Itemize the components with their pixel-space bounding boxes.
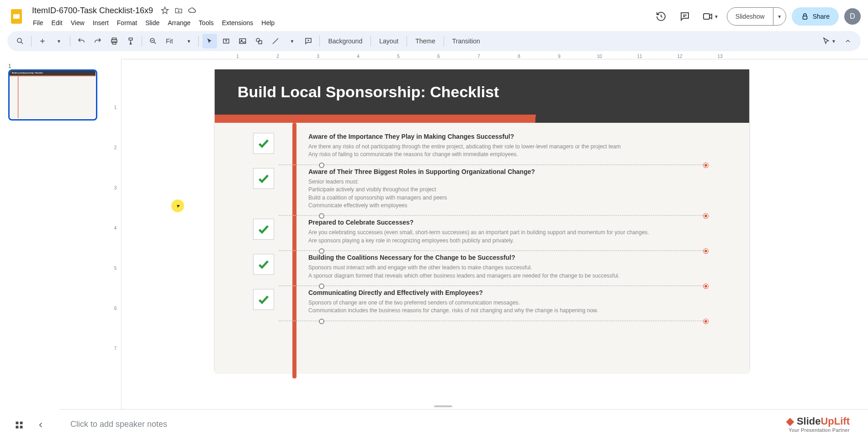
svg-point-4 (17, 38, 21, 42)
item-title: Aware of Their Three Biggest Roles in Su… (308, 168, 535, 175)
svg-rect-17 (20, 426, 23, 429)
slideshow-button: Slideshow ▼ (727, 7, 786, 26)
checkbox-icon (253, 289, 274, 310)
checkbox-icon (253, 254, 274, 275)
notes-resize-handle[interactable] (434, 405, 452, 407)
cloud-icon[interactable] (188, 6, 197, 15)
slides-logo[interactable] (7, 7, 26, 26)
slideshow-dropdown[interactable]: ▼ (773, 8, 786, 25)
menu-file[interactable]: File (29, 17, 47, 28)
line-icon[interactable] (268, 34, 283, 48)
filmstrip: 1 Build Local Sponsorship: Checklist (0, 51, 110, 409)
item-title: Building the Coalitions Necessary for th… (308, 254, 619, 261)
app-header: ItemID-6700-Task Checklist-16x9 File Edi… (0, 0, 868, 29)
slide-thumbnail-1[interactable]: Build Local Sponsorship: Checklist (8, 69, 97, 121)
new-slide-icon[interactable] (35, 34, 50, 48)
line-dropdown[interactable]: ▼ (285, 34, 299, 48)
menu-edit[interactable]: Edit (48, 17, 66, 28)
item-body: Are there any risks of not participating… (308, 143, 621, 159)
new-slide-dropdown[interactable]: ▼ (52, 34, 66, 48)
meet-icon[interactable]: ▼ (699, 7, 721, 26)
menu-help[interactable]: Help (258, 17, 278, 28)
textbox-icon[interactable] (219, 34, 233, 48)
checklist-item: Building the Coalitions Necessary for th… (242, 250, 726, 285)
watermark: ◆ SlideUpLift Your Presentation Partner (786, 415, 850, 433)
slide-body: Aware of the Importance They Play in Mak… (215, 123, 749, 374)
background-button[interactable]: Background (323, 37, 367, 45)
share-label: Share (813, 13, 830, 20)
shape-icon[interactable] (252, 34, 266, 48)
svg-rect-3 (803, 16, 807, 19)
svg-rect-15 (20, 422, 23, 425)
accent-bar (215, 115, 749, 123)
zoom-icon[interactable] (146, 34, 160, 48)
svg-rect-14 (16, 422, 19, 425)
menubar: File Edit View Insert Format Slide Arran… (29, 17, 652, 28)
menu-view[interactable]: View (67, 17, 88, 28)
history-icon[interactable] (652, 7, 670, 26)
checkbox-icon (253, 168, 274, 189)
checklist-item: Aware of Their Three Biggest Roles in Su… (242, 164, 726, 215)
slide-number: 1 (8, 63, 11, 69)
search-menus-icon[interactable] (13, 34, 27, 48)
editing-mode-icon[interactable]: ▼ (820, 34, 838, 48)
horizontal-ruler: 12345678910111213 (122, 51, 868, 59)
menu-arrange[interactable]: Arrange (164, 17, 194, 28)
share-button[interactable]: Share (792, 7, 839, 26)
item-title: Aware of the Importance They Play in Mak… (308, 133, 621, 140)
menu-format[interactable]: Format (113, 17, 141, 28)
menu-tools[interactable]: Tools (195, 17, 217, 28)
lock-icon (801, 12, 809, 21)
item-body: Sponsors of change are one of the two pr… (308, 299, 598, 315)
toolbar: ▼ Fit▼ ▼ Background Layout Theme Transit… (7, 31, 861, 51)
collapse-filmstrip-icon[interactable] (37, 421, 45, 429)
svg-point-12 (256, 38, 260, 42)
item-body: Sponsors must interact with and engage w… (308, 264, 619, 280)
checklist-item: Aware of the Importance They Play in Mak… (242, 129, 726, 164)
layout-button[interactable]: Layout (375, 37, 403, 45)
cursor-highlight (171, 200, 184, 212)
star-icon[interactable] (160, 6, 169, 15)
item-body: Are you celebrating successes (even smal… (308, 229, 649, 245)
comment-add-icon[interactable] (301, 34, 316, 48)
svg-rect-2 (704, 14, 709, 19)
print-icon[interactable] (107, 34, 122, 48)
item-title: Communicating Directly and Effectively w… (308, 289, 598, 296)
move-icon[interactable] (174, 6, 183, 15)
slide-title: Build Local Sponsorship: Checklist (215, 69, 749, 115)
checkbox-icon (253, 219, 274, 240)
select-tool-icon[interactable] (202, 34, 217, 48)
checklist-item: Prepared to Celebrate Successes? Are you… (242, 215, 726, 250)
image-icon[interactable] (235, 34, 250, 48)
theme-button[interactable]: Theme (411, 37, 440, 45)
menu-slide[interactable]: Slide (142, 17, 163, 28)
title-area: ItemID-6700-Task Checklist-16x9 File Edi… (29, 5, 652, 28)
vertical-ruler: 1234567 (110, 59, 122, 409)
checkbox-icon (253, 133, 274, 154)
svg-rect-10 (240, 39, 246, 44)
svg-rect-1 (13, 14, 20, 19)
speaker-notes-input[interactable]: Click to add speaker notes (59, 409, 868, 441)
header-right: ▼ Slideshow ▼ Share D (652, 7, 861, 26)
undo-icon[interactable] (74, 34, 89, 48)
menu-insert[interactable]: Insert (89, 17, 112, 28)
speaker-notes-bar: Click to add speaker notes ◆ SlideUpLift… (0, 409, 868, 441)
item-body: Senior leaders must: Participate activel… (308, 178, 535, 210)
doc-title[interactable]: ItemID-6700-Task Checklist-16x9 (29, 5, 156, 16)
slideshow-main[interactable]: Slideshow (727, 8, 773, 25)
item-title: Prepared to Celebrate Successes? (308, 219, 649, 226)
account-avatar[interactable]: D (844, 8, 861, 25)
slide-canvas[interactable]: Build Local Sponsorship: Checklist Aware… (215, 69, 749, 371)
menu-extensions[interactable]: Extensions (218, 17, 257, 28)
grid-view-icon[interactable] (15, 420, 24, 430)
zoom-select[interactable]: Fit▼ (162, 37, 195, 45)
workspace: 1 Build Local Sponsorship: Checklist 123… (0, 51, 868, 409)
redo-icon[interactable] (90, 34, 105, 48)
comments-icon[interactable] (676, 7, 694, 26)
hide-menus-icon[interactable] (841, 34, 855, 48)
paint-format-icon[interactable] (123, 34, 138, 48)
canvas-area[interactable]: 12345678910111213 1234567 Build Local Sp… (110, 51, 868, 409)
svg-rect-16 (16, 426, 19, 429)
transition-button[interactable]: Transition (448, 37, 485, 45)
checklist-item: Communicating Directly and Effectively w… (242, 285, 726, 320)
